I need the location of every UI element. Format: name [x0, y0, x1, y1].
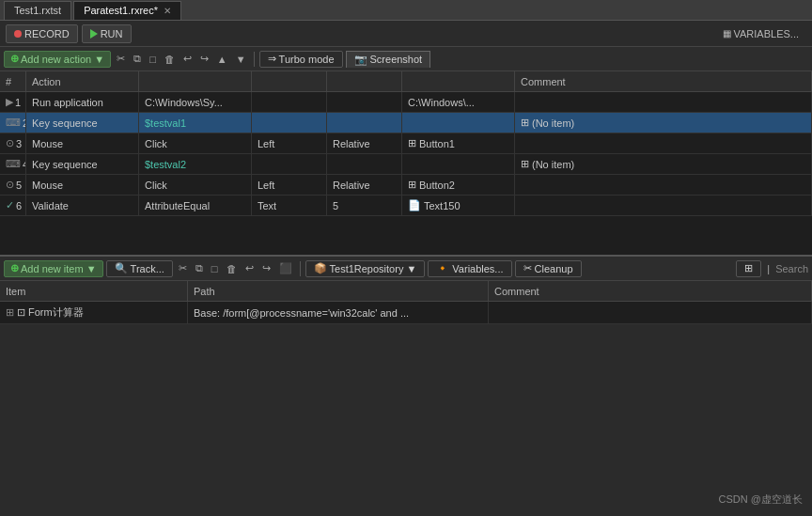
- row-c2: [252, 154, 327, 174]
- row-c4: 📄Text150: [402, 195, 515, 215]
- item-icon: ⊡: [17, 306, 25, 319]
- bottom-toolbar: ⊕ Add new item ▼ 🔍 Track... ✂ ⧉ □ 🗑 ↩ ↪ …: [0, 257, 812, 281]
- header-c1: [139, 71, 252, 91]
- header-c2: [252, 71, 327, 91]
- header-comment: Comment: [515, 71, 812, 91]
- row-action: Validate: [26, 195, 139, 215]
- table-row[interactable]: ⌨4 Key sequence $testval2 ⊞(No item): [0, 154, 812, 175]
- turbo-icon: ⇒: [268, 53, 276, 65]
- row-action: Mouse: [26, 175, 139, 195]
- add-new-item-button[interactable]: ⊕ Add new item ▼: [4, 260, 103, 277]
- close-icon[interactable]: ✕: [164, 6, 171, 16]
- cut-icon[interactable]: ✂: [114, 52, 128, 66]
- row-c1: C:\Windows\Sy...: [139, 92, 252, 112]
- bottom-header-comment: Comment: [489, 281, 812, 301]
- row-c1: AttributeEqual: [139, 195, 252, 215]
- paste-icon-bottom[interactable]: □: [209, 262, 221, 275]
- tab-test1[interactable]: Test1.rxtst: [4, 1, 71, 20]
- add-item-icon: ⊕: [10, 262, 19, 274]
- screenshot-button[interactable]: 📷 Screenshot: [346, 51, 431, 68]
- row-comment: ⊞(No item): [515, 154, 812, 174]
- row-c2: [252, 113, 327, 133]
- table-row[interactable]: ▶1 Run application C:\Windows\Sy... C:\W…: [0, 92, 812, 113]
- redo-icon-bottom[interactable]: ↪: [259, 261, 273, 275]
- row-num: ✓6: [0, 195, 26, 215]
- row-num: ⊙3: [0, 133, 26, 153]
- delete-icon[interactable]: 🗑: [162, 53, 178, 66]
- row-comment: [515, 92, 812, 112]
- row-comment: [515, 133, 812, 153]
- expand-icon[interactable]: ⊞: [6, 306, 14, 319]
- repo-icon: ⬛: [276, 261, 295, 275]
- add-icon: ⊕: [10, 53, 19, 65]
- row-comment: [515, 175, 812, 195]
- add-action-label: Add new action ▼: [21, 54, 104, 65]
- header-c3: [327, 71, 402, 91]
- row-c2: Left: [252, 133, 327, 153]
- list-item[interactable]: ⊞ ⊡ Form计算器 Base: /form[@processname='wi…: [0, 302, 812, 324]
- variables-button[interactable]: 🔸 Variables...: [428, 260, 511, 277]
- turbo-label: Turbo mode: [279, 54, 335, 65]
- move-up-icon[interactable]: ▲: [214, 53, 230, 66]
- row-action: Mouse: [26, 133, 139, 153]
- item-comment: [489, 302, 812, 323]
- row-num: ▶1: [0, 92, 26, 112]
- row-c3: Relative: [327, 175, 402, 195]
- cleanup-label: Cleanup: [535, 263, 573, 274]
- grid-view-button[interactable]: ⊞: [736, 260, 761, 277]
- undo-icon[interactable]: ↩: [180, 52, 195, 66]
- undo-icon-bottom[interactable]: ↩: [242, 261, 257, 275]
- search-label: Search: [775, 263, 808, 274]
- variables-icon: ▦: [723, 28, 731, 39]
- row-c3: [327, 113, 402, 133]
- copy-icon[interactable]: ⧉: [131, 52, 144, 66]
- add-item-label: Add new item ▼: [21, 263, 97, 274]
- move-down-icon[interactable]: ▼: [233, 53, 249, 66]
- cleanup-button[interactable]: ✂ Cleanup: [515, 260, 582, 277]
- paste-icon[interactable]: □: [147, 53, 159, 66]
- copy-icon-bottom[interactable]: ⧉: [193, 261, 206, 275]
- row-c1: Click: [139, 133, 252, 153]
- record-button[interactable]: RECORD: [6, 24, 78, 43]
- run-button[interactable]: RUN: [82, 24, 132, 43]
- add-new-action-button[interactable]: ⊕ Add new action ▼: [4, 51, 111, 68]
- tab-paratest1[interactable]: Paratest1.rxrec* ✕: [73, 1, 181, 20]
- variables-label[interactable]: VARIABLES...: [734, 28, 800, 39]
- record-icon: [14, 30, 22, 38]
- track-button[interactable]: 🔍 Track...: [106, 260, 173, 277]
- separator: [254, 52, 255, 67]
- repo-label: Test1Repository ▼: [330, 263, 417, 274]
- record-label: RECORD: [24, 28, 70, 39]
- row-c3: Relative: [327, 133, 402, 153]
- repository-button[interactable]: 📦 Test1Repository ▼: [305, 260, 426, 277]
- row-c4: ⊞Button2: [402, 175, 515, 195]
- tab-paratest1-label: Paratest1.rxrec*: [84, 5, 158, 16]
- bottom-pane: ⊕ Add new item ▼ 🔍 Track... ✂ ⧉ □ 🗑 ↩ ↪ …: [0, 255, 812, 324]
- variables-btn-label: Variables...: [452, 263, 503, 274]
- bottom-table-header: Item Path Comment: [0, 281, 812, 302]
- action-toolbar: ⊕ Add new action ▼ ✂ ⧉ □ 🗑 ↩ ↪ ▲ ▼ ⇒ Tur…: [0, 47, 812, 71]
- row-action: Key sequence: [26, 113, 139, 133]
- cut-icon-bottom[interactable]: ✂: [176, 261, 190, 275]
- delete-icon-bottom[interactable]: 🗑: [224, 262, 240, 275]
- row-c2: Text: [252, 195, 327, 215]
- variables-btn-icon: 🔸: [436, 262, 449, 274]
- row-c4: [402, 113, 515, 133]
- table-row[interactable]: ⊙3 Mouse Click Left Relative ⊞Button1: [0, 133, 812, 154]
- redo-icon[interactable]: ↪: [197, 52, 211, 66]
- turbo-mode-button[interactable]: ⇒ Turbo mode: [259, 51, 343, 68]
- table-row[interactable]: ⊙5 Mouse Click Left Relative ⊞Button2: [0, 175, 812, 195]
- row-action: Key sequence: [26, 154, 139, 174]
- item-text: Form计算器: [28, 305, 84, 320]
- row-c4: C:\Windows\...: [402, 92, 515, 112]
- table-row[interactable]: ✓6 Validate AttributeEqual Text 5 📄Text1…: [0, 195, 812, 216]
- header-action: Action: [26, 71, 139, 91]
- repo-img-icon: 📦: [314, 262, 327, 274]
- separator-bottom: [300, 261, 301, 276]
- row-action: Run application: [26, 92, 139, 112]
- row-c4: ⊞Button1: [402, 133, 515, 153]
- item-label: ⊞ ⊡ Form计算器: [0, 302, 188, 323]
- track-label: Track...: [131, 263, 164, 274]
- track-icon: 🔍: [115, 262, 128, 274]
- table-row[interactable]: ⌨2 Key sequence $testval1 ⊞(No item): [0, 113, 812, 133]
